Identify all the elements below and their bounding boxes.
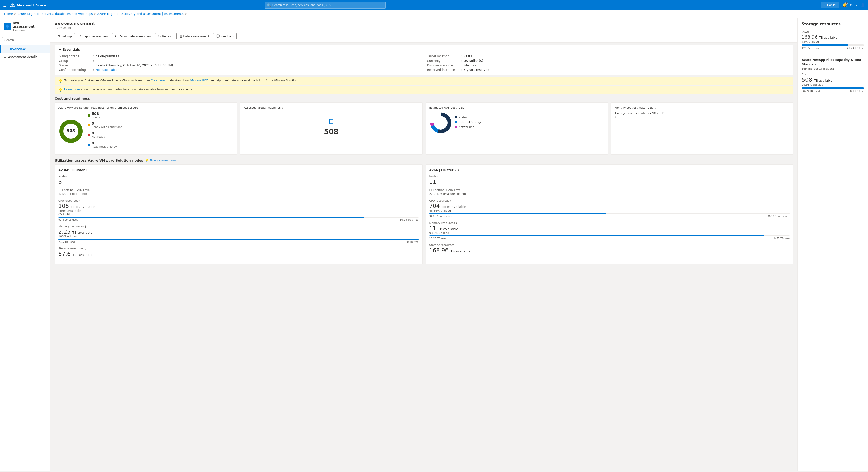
ready-conditions-label: Ready with conditions: [92, 125, 122, 129]
essentials-discovery-source: Discovery source : File Import: [427, 63, 789, 68]
nodes-dot: [455, 116, 457, 118]
essentials-title: Essentials: [63, 48, 80, 52]
sidebar-item-overview[interactable]: ☰ Overview: [0, 45, 50, 53]
cost-readiness-title: Cost and readiness: [55, 97, 793, 100]
rp-vsan-used: 126.72 TB used: [802, 47, 821, 50]
cluster-1-title: AV36P | Cluster 1 ℹ: [58, 168, 419, 172]
cluster-2-cpu-used: 343.97 cores used: [429, 215, 453, 218]
avg-cost-info-icon[interactable]: ℹ: [615, 116, 789, 119]
settings-icon[interactable]: ⚙: [849, 3, 853, 7]
breadcrumb-home[interactable]: Home: [4, 12, 13, 15]
help-icon[interactable]: ?: [856, 3, 858, 7]
cluster-2-cpu-bar-labels: 343.97 cores used 360.03 cores free: [429, 215, 790, 218]
info-banner-text-2: Learn more about how assessment varies b…: [64, 88, 193, 91]
cluster-2-cpu-free: 360.03 cores free: [767, 215, 789, 218]
refresh-label: Refresh: [162, 35, 173, 38]
copilot-icon: ✦: [824, 3, 826, 7]
avs-cost-legend: Nodes External Storage Networking: [455, 116, 482, 130]
search-bar[interactable]: 🔍: [265, 1, 386, 8]
cluster-2-cpu-value: 704 cores available: [429, 203, 790, 209]
click-here-link[interactable]: Click here: [151, 79, 165, 82]
not-ready-dot: [88, 134, 90, 136]
networking-legend-label: Networking: [459, 125, 474, 129]
recalculate-label: Recalculate assessment: [119, 35, 151, 38]
rp-cost-progress-fill: [802, 87, 864, 89]
assessed-vms-card: Assessed virtual machines ℹ 🖥 508: [240, 102, 423, 155]
cluster-1-storage-info[interactable]: ℹ: [85, 247, 86, 251]
breadcrumb-assessments[interactable]: Azure Migrate: Discovery and assessment …: [97, 12, 184, 15]
expand-icon: ▶: [4, 56, 6, 59]
rp-cost-used: 507.9 TB used: [802, 90, 820, 93]
info-banner-1: 💡 To create your first Azure VMware Priv…: [55, 77, 793, 85]
essentials-reserved-instance: Reserved instance : 3 years reserved: [427, 68, 789, 72]
copilot-button[interactable]: ✦ Copilot: [821, 2, 839, 8]
page-title-row: avs-assessment Assessment ···: [55, 21, 793, 30]
essentials-currency-label: Currency: [427, 59, 460, 63]
cluster-1-mem-utilized: 100% utilized: [58, 235, 419, 238]
rp-vsan-section: vSAN 168.96 TB available 75% utilized 12…: [802, 31, 864, 50]
essentials-sizing-value: As on-premises: [96, 55, 119, 58]
assessed-vms-info-icon[interactable]: ℹ: [282, 106, 283, 109]
sizing-assumptions-link[interactable]: 💡 Sizing assumptions: [145, 159, 176, 162]
sidebar-header-text: avs-assessment Assessment: [12, 21, 40, 32]
cluster-2-mem-progress: [429, 235, 790, 237]
cluster-1-mem-info[interactable]: ℹ: [85, 225, 86, 228]
cluster-1-ftt-label: FTT setting, RAID Level: [58, 188, 419, 192]
sidebar-item-assessment-details[interactable]: ▶ Assessment details: [0, 53, 50, 61]
essentials-currency: Currency : US Dollar ($): [427, 59, 789, 63]
account-icon[interactable]: 👤: [861, 3, 865, 7]
hamburger-icon[interactable]: ☰: [3, 3, 6, 7]
cluster-2-nodes: Nodes 11: [429, 175, 790, 185]
readiness-unknown-value: 0: [92, 141, 119, 145]
refresh-button[interactable]: ↻ Refresh: [155, 33, 175, 39]
rp-cost-unit: TB available: [814, 79, 833, 83]
copilot-label: Copilot: [827, 3, 836, 7]
cluster-1-info-icon[interactable]: ℹ: [89, 168, 90, 172]
avs-cost-title: Estimated AVS Cost (USD): [429, 106, 604, 109]
topbar-logo-text: Microsoft Azure: [17, 3, 46, 7]
cluster-1-storage-label: Storage resources: [58, 247, 84, 250]
recalculate-button[interactable]: ↻ Recalculate assessment: [112, 33, 154, 39]
cluster-1-cpu-utilized: 85% utilized: [58, 213, 419, 216]
cluster-1-cpu-info[interactable]: ℹ: [79, 199, 80, 202]
ready-conditions-value: 0: [92, 121, 122, 125]
notifications-icon[interactable]: 🔔1: [842, 3, 846, 7]
cluster-2-info-icon[interactable]: ℹ: [458, 168, 459, 172]
learn-more-link[interactable]: Learn more: [64, 88, 80, 91]
confidence-rating-link[interactable]: Not applicable: [96, 68, 117, 72]
sidebar-search-input[interactable]: [2, 37, 48, 43]
cluster-2-cpu-label-row: CPU resources ℹ: [429, 199, 790, 203]
monthly-cost-info-icon[interactable]: ℹ: [655, 106, 656, 109]
cluster-1-mem-progress: [58, 239, 419, 240]
azure-logo: Microsoft Azure: [10, 2, 46, 7]
page-more-button[interactable]: ···: [97, 23, 101, 28]
cluster-2-mem-utilized: 93.2% utilized: [429, 231, 790, 234]
overview-icon: ☰: [4, 47, 8, 51]
essentials-confidence: Confidence rating : Not applicable: [59, 68, 421, 72]
rp-cost-utilized: 99.98% utilized: [802, 83, 864, 86]
not-ready-value: 0: [92, 131, 105, 135]
feedback-button[interactable]: 💬 Feedback: [213, 33, 237, 39]
legend-ready-conditions-text: 0 Ready with conditions: [92, 121, 122, 129]
refresh-icon: ↻: [158, 34, 161, 38]
essentials-toggle[interactable]: ▼ Essentials: [59, 48, 789, 52]
right-panel: Storage resources vSAN 168.96 TB availab…: [797, 18, 868, 472]
info-banner-text-1: To create your first Azure VMware Privat…: [64, 79, 298, 82]
sidebar-more-button[interactable]: ···: [42, 24, 46, 29]
breadcrumb-azure-migrate[interactable]: Azure Migrate | Servers, databases and w…: [18, 12, 93, 15]
delete-icon: 🗑: [179, 34, 183, 38]
export-assessment-button[interactable]: ↗ Export assessment: [76, 33, 111, 39]
settings-button[interactable]: ⚙ Settings: [55, 33, 75, 39]
search-input[interactable]: [272, 3, 383, 7]
cluster-2-storage-info[interactable]: ℹ: [455, 244, 456, 247]
delete-button[interactable]: 🗑 Delete assessment: [177, 33, 212, 39]
cluster-2-storage: Storage resources ℹ 168.96 TB available: [429, 244, 790, 254]
vmware-hcx-link[interactable]: VMware HCX: [190, 79, 208, 82]
sidebar-subtitle: Assessment: [12, 29, 40, 32]
breadcrumb-sep-2: >: [94, 12, 96, 15]
cluster-2-cpu-info[interactable]: ℹ: [450, 199, 451, 202]
essentials-target-location: Target location : East US: [427, 54, 789, 59]
cluster-2-mem-info[interactable]: ℹ: [456, 221, 457, 225]
rp-divider-1: [802, 55, 864, 55]
cluster-2-cpu-progress-fill: [429, 213, 606, 214]
